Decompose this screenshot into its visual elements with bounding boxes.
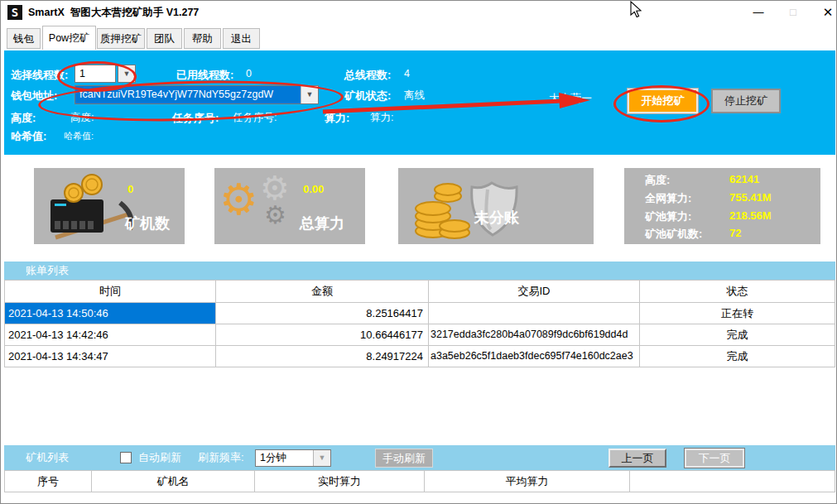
pool-stats-panel: 高度: 62141 全网算力: 755.41M 矿池算力: 218.56M 矿池… bbox=[624, 168, 820, 244]
height-value: 高度: bbox=[70, 111, 94, 125]
pool-hashrate-label: 矿池算力: bbox=[645, 209, 691, 224]
wallet-address-select[interactable]: fcaNTzuiVR19Te4vYjW77NdY55gz7zgdW ▼ bbox=[75, 85, 319, 104]
chevron-down-icon[interactable]: ▼ bbox=[118, 65, 135, 82]
pool-height-value: 62141 bbox=[729, 173, 759, 185]
app-window: S SmartX 智图大本营挖矿助手 V1.277 — □ ✕ 钱包 Pow挖矿… bbox=[0, 0, 837, 504]
bill-table: 时间 金额 交易ID 状态 2021-04-13 14:50:46 8.2516… bbox=[4, 280, 835, 367]
bill-list-header-bar: 账单列表 bbox=[4, 262, 835, 280]
start-mining-button[interactable]: 开始挖矿 bbox=[628, 89, 698, 113]
tab-help[interactable]: 帮助 bbox=[184, 28, 221, 49]
bill-cell-time[interactable]: 2021-04-13 14:34:47 bbox=[4, 346, 216, 367]
tab-exit[interactable]: 退出 bbox=[223, 28, 260, 49]
gear-icon: ⚙ bbox=[260, 171, 290, 204]
bill-cell-status[interactable]: 正在转 bbox=[640, 303, 835, 324]
gear-icon: ⚙ bbox=[219, 178, 258, 221]
bill-col-txid[interactable]: 交易ID bbox=[429, 281, 640, 302]
app-logo-icon: S bbox=[7, 5, 22, 20]
miner-col-empty bbox=[630, 471, 835, 492]
bill-cell-time[interactable]: 2021-04-13 14:42:46 bbox=[4, 324, 216, 345]
miner-col-name[interactable]: 矿机名 bbox=[92, 471, 255, 492]
stop-mining-button[interactable]: 停止挖矿 bbox=[711, 89, 781, 113]
maximize-button: □ bbox=[781, 1, 806, 24]
hashrate-value: 算力: bbox=[370, 111, 393, 125]
bill-col-time[interactable]: 时间 bbox=[4, 281, 216, 302]
miner-list-title: 矿机列表 bbox=[26, 445, 69, 470]
bill-col-amount[interactable]: 金额 bbox=[216, 281, 429, 302]
tab-stake-mining[interactable]: 质押挖矿 bbox=[97, 28, 145, 49]
task-number-label: 任务序号: bbox=[172, 111, 219, 126]
miner-table: 序号 矿机名 实时算力 平均算力 bbox=[4, 470, 835, 492]
bill-cell-status[interactable]: 完成 bbox=[640, 324, 835, 345]
refresh-rate-select[interactable]: 1分钟 ▼ bbox=[255, 449, 331, 467]
miner-list-bar: 矿机列表 自动刷新 刷新频率: 1分钟 ▼ 手动刷新 上一页 下一页 bbox=[4, 445, 835, 470]
wallet-address-label: 钱包地址: bbox=[11, 89, 57, 103]
bill-cell-amount[interactable]: 8.25164417 bbox=[216, 303, 429, 324]
next-page-button[interactable]: 下一页 bbox=[685, 449, 744, 468]
window-title: SmartX 智图大本营挖矿助手 V1.277 bbox=[28, 1, 199, 24]
minimize-button[interactable]: — bbox=[746, 1, 771, 24]
network-hashrate-label: 全网算力: bbox=[645, 191, 691, 206]
card-miner-count: 0 矿机数 bbox=[34, 168, 185, 244]
auto-refresh-label: 自动刷新 bbox=[138, 445, 181, 470]
hashrate-label: 算力: bbox=[325, 111, 349, 126]
task-number-value: 任务序号: bbox=[233, 111, 277, 125]
chevron-down-icon[interactable]: ▼ bbox=[313, 450, 330, 466]
camp-name-label: 大本营一 bbox=[549, 91, 592, 106]
miner-status-label: 矿机状态: bbox=[344, 89, 391, 103]
used-threads-label: 已用线程数: bbox=[176, 68, 233, 83]
bill-cell-status[interactable]: 完成 bbox=[640, 346, 835, 367]
used-threads-value: 0 bbox=[246, 68, 252, 79]
pool-height-label: 高度: bbox=[645, 173, 670, 188]
thread-count-value[interactable]: 1 bbox=[75, 65, 115, 82]
bill-table-row[interactable]: 2021-04-13 14:42:46 10.66446177 3217edda… bbox=[4, 324, 835, 345]
card-total-hashrate: ⚙ ⚙ ⚙ 0.00 总算力 bbox=[214, 168, 365, 244]
height-label: 高度: bbox=[11, 111, 36, 126]
mining-control-panel: 选择线程数: 1 ▼ 已用线程数: 0 总线程数: 4 钱包地址: fcaNTz… bbox=[4, 50, 835, 155]
tab-team[interactable]: 团队 bbox=[147, 28, 182, 49]
gear-icon: ⚙ bbox=[264, 203, 286, 228]
card-unsettled: 未分账 bbox=[398, 168, 594, 244]
bill-cell-amount[interactable]: 8.24917224 bbox=[216, 346, 429, 367]
auto-refresh-checkbox[interactable] bbox=[120, 452, 132, 463]
unsettled-label: 未分账 bbox=[474, 208, 519, 228]
bill-table-header-row: 时间 金额 交易ID 状态 bbox=[4, 280, 835, 302]
total-hashrate-label: 总算力 bbox=[300, 214, 344, 233]
titlebar[interactable]: S SmartX 智图大本营挖矿助手 V1.277 — □ ✕ bbox=[1, 1, 836, 24]
tab-pow-mining[interactable]: Pow挖矿 bbox=[42, 26, 96, 50]
bill-cell-txid[interactable]: a3a5eb26c5f1daeb3fdec695f74e160dc2ae3 bbox=[429, 346, 640, 367]
thread-count-select[interactable]: 1 bbox=[75, 65, 116, 83]
refresh-rate-value[interactable]: 1分钟 bbox=[256, 450, 313, 466]
bill-list-title: 账单列表 bbox=[26, 262, 69, 280]
pool-hashrate-value: 218.56M bbox=[729, 209, 772, 222]
miner-col-index[interactable]: 序号 bbox=[4, 471, 92, 492]
refresh-rate-label: 刷新频率: bbox=[198, 445, 244, 470]
pool-miner-count-label: 矿池矿机数: bbox=[645, 227, 702, 242]
miner-table-header-row: 序号 矿机名 实时算力 平均算力 bbox=[4, 470, 835, 492]
chevron-down-icon[interactable]: ▼ bbox=[301, 86, 318, 103]
bill-cell-time[interactable]: 2021-04-13 14:50:46 bbox=[4, 303, 216, 324]
miner-count-value: 0 bbox=[127, 183, 133, 195]
bill-col-status[interactable]: 状态 bbox=[640, 281, 835, 302]
manual-refresh-button[interactable]: 手动刷新 bbox=[375, 449, 433, 468]
wallet-address-value[interactable]: fcaNTzuiVR19Te4vYjW77NdY55gz7zgdW bbox=[75, 86, 301, 103]
mouse-cursor-icon bbox=[629, 1, 642, 19]
bill-table-row[interactable]: 2021-04-13 14:50:46 8.25164417 正在转 bbox=[4, 302, 835, 324]
coins-shield-icon bbox=[405, 171, 529, 241]
bill-cell-txid[interactable]: 3217edda3fc280b4a07089f9dc6bf619dd4d bbox=[429, 324, 640, 345]
prev-page-button[interactable]: 上一页 bbox=[609, 449, 666, 468]
thread-count-dropdown-button[interactable]: ▼ bbox=[118, 65, 136, 83]
total-hashrate-value: 0.00 bbox=[303, 183, 324, 195]
pool-miner-count-value: 72 bbox=[729, 227, 741, 239]
network-hashrate-value: 755.41M bbox=[729, 191, 772, 204]
hash-label: 哈希值: bbox=[11, 129, 46, 144]
close-button[interactable]: ✕ bbox=[815, 1, 837, 24]
miner-col-average-hashrate[interactable]: 平均算力 bbox=[425, 471, 630, 492]
tab-wallet[interactable]: 钱包 bbox=[7, 28, 41, 49]
bill-cell-txid[interactable] bbox=[429, 303, 640, 324]
thread-select-label: 选择线程数: bbox=[11, 68, 68, 83]
miner-col-realtime-hashrate[interactable]: 实时算力 bbox=[255, 471, 425, 492]
bill-cell-amount[interactable]: 10.66446177 bbox=[216, 324, 429, 345]
total-threads-label: 总线程数: bbox=[344, 68, 391, 83]
total-threads-value: 4 bbox=[404, 68, 410, 79]
bill-table-row[interactable]: 2021-04-13 14:34:47 8.24917224 a3a5eb26c… bbox=[4, 345, 835, 367]
